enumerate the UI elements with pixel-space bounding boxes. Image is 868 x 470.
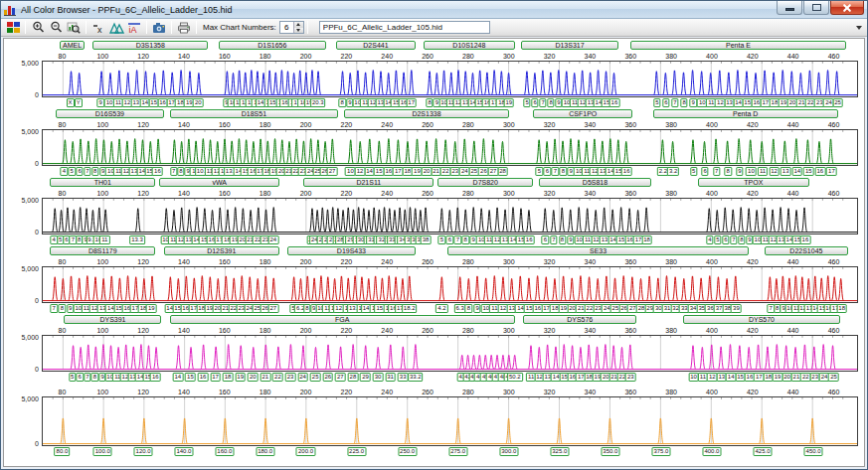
- x-tick-label: 160: [219, 189, 231, 198]
- x-tick-label: 340: [585, 388, 597, 396]
- allele-label: 6: [662, 98, 669, 107]
- svg-text:iA: iA: [129, 25, 137, 34]
- zoom-in-button[interactable]: [29, 20, 47, 35]
- app-icon: [4, 4, 17, 16]
- overlay-markers-button[interactable]: [107, 20, 125, 35]
- allele-label: 7: [170, 167, 177, 176]
- allele-label: 250.0: [398, 447, 417, 456]
- title-bar[interactable]: All Color Browser - PPFu_6C_Allelic_Ladd…: [1, 1, 867, 19]
- allele-label: 30: [373, 373, 384, 382]
- minimize-button[interactable]: [777, 1, 802, 15]
- toolbar-overflow-chevron[interactable]: [856, 26, 862, 30]
- x-tick-label: 360: [624, 120, 636, 129]
- max-chart-numbers-spinner[interactable]: 6: [279, 21, 304, 34]
- channel-plot-red[interactable]: 5,0000: [42, 266, 858, 303]
- allele-label: 24: [267, 235, 278, 244]
- marker-box-tpox: TPOX: [698, 178, 809, 187]
- spinner-down-button[interactable]: [294, 28, 303, 34]
- allele-label: 5: [536, 167, 543, 176]
- x-tick-label: 80: [59, 388, 67, 396]
- snapshot-button[interactable]: [150, 20, 168, 35]
- allele-label: 17: [406, 98, 417, 107]
- allele-label: 6: [722, 235, 729, 244]
- close-button[interactable]: [830, 1, 864, 15]
- x-tick-label: 260: [422, 388, 434, 396]
- filename-field[interactable]: [319, 21, 490, 34]
- channel-plot-magenta[interactable]: 5,0000: [42, 335, 858, 372]
- x-tick-label: 240: [381, 52, 393, 61]
- maximize-button[interactable]: [803, 1, 829, 15]
- allele-label: 3.2: [667, 167, 679, 176]
- allele-label-bar: 80.0100.0120.0140.0160.0180.0200.0225.02…: [42, 447, 858, 458]
- allele-label-bar: 5678910111213141516141516171819202122232…: [42, 373, 858, 384]
- x-tick-label: 440: [787, 388, 799, 396]
- allele-label: 18: [641, 235, 652, 244]
- electropherogram-trace-magenta: [43, 336, 857, 371]
- marker-header-bar: D8S1179D12S391D19S433SE33D22S1045: [42, 246, 858, 256]
- channel-plot-orange[interactable]: 5,0000: [42, 396, 858, 446]
- allele-label: 8: [426, 98, 433, 107]
- allele-label: 16: [152, 167, 163, 176]
- allele-label: 7: [671, 98, 678, 107]
- allele-label: 20: [193, 98, 204, 107]
- color-channels-button[interactable]: [4, 20, 22, 35]
- chevron-up-icon: [296, 23, 300, 26]
- channel-row-green: D16S539D18S51D2S1338CSF1POPenta D8010012…: [42, 109, 858, 178]
- x-tick-label: 460: [828, 52, 840, 61]
- x-tick-label: 120: [137, 189, 149, 198]
- color-channels-icon: [7, 22, 20, 34]
- x-tick-label: 280: [462, 326, 474, 335]
- print-icon: [177, 22, 191, 34]
- allele-label: 17: [826, 167, 837, 176]
- allele-label: 5: [714, 235, 721, 244]
- allele-label: 8: [59, 304, 66, 313]
- x-tick-label: 280: [462, 52, 474, 61]
- x-tick-label: 260: [422, 326, 434, 335]
- x-tick-label: 300: [503, 189, 515, 198]
- allele-label: 400.0: [702, 447, 721, 456]
- x-tick-label: 420: [747, 326, 759, 335]
- marker-box-d8s1179: D8S1179: [50, 246, 155, 255]
- allele-label: 140.0: [174, 447, 193, 456]
- allele-label: 21: [260, 373, 271, 382]
- marker-box-d13s317: D13S317: [521, 41, 618, 50]
- channel-plot-blue[interactable]: 5,0000: [42, 61, 858, 97]
- allele-label: 7: [84, 373, 90, 382]
- x-tick-label: 300: [503, 257, 515, 266]
- hide-labels-button[interactable]: x: [89, 20, 107, 35]
- y-axis-max-label: 5,000: [21, 395, 39, 402]
- channel-row-blue: AMELD3S1358D1S1656D2S441D10S1248D13S317P…: [42, 41, 858, 109]
- overlay-traces-button[interactable]: iA: [125, 20, 143, 35]
- marker-box-d10s1248: D10S1248: [424, 41, 515, 50]
- x-tick-label: 160: [219, 326, 231, 335]
- x-tick-label: 360: [624, 326, 636, 335]
- x-tick-label: 220: [340, 120, 352, 129]
- x-tick-label: 280: [462, 120, 474, 129]
- allele-label: 300.0: [499, 447, 518, 456]
- channel-plot-black[interactable]: 5,0000: [42, 198, 858, 235]
- allele-label: 7: [713, 167, 720, 176]
- x-tick-label: 300: [503, 52, 515, 61]
- x-tick-label: 180: [260, 120, 271, 129]
- print-button[interactable]: [175, 20, 193, 35]
- allele-label: 6: [446, 235, 453, 244]
- zoom-region-icon: [67, 21, 81, 34]
- allele-label: 5: [653, 98, 660, 107]
- zoom-out-button[interactable]: [47, 20, 65, 35]
- x-tick-label: 440: [787, 326, 799, 335]
- x-tick-label: 260: [422, 189, 434, 198]
- zoom-out-icon: [50, 21, 63, 34]
- x-tick-label: 280: [462, 388, 474, 396]
- allele-label: 16: [150, 373, 161, 382]
- marker-box-d21s11: D21S11: [303, 178, 434, 187]
- x-tick-label: 380: [665, 52, 677, 61]
- allele-label: 20: [248, 373, 259, 382]
- allele-label: 16: [815, 167, 826, 176]
- channel-plot-green[interactable]: 5,0000: [42, 129, 858, 166]
- x-tick-label: 80: [59, 326, 67, 335]
- zoom-region-button[interactable]: [65, 20, 83, 35]
- x-tick-label: 100: [96, 388, 108, 396]
- allele-label: 4.2: [435, 304, 447, 313]
- allele-label: 11: [758, 167, 768, 176]
- channel-row-magenta: DYS391FGADYS576DYS5708010012014016018020…: [42, 315, 858, 384]
